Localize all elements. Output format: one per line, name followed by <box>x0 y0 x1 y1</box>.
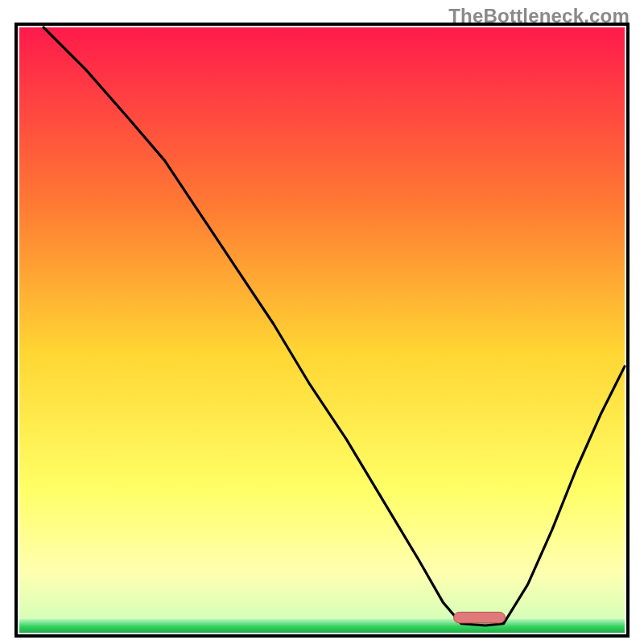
gradient-background <box>19 27 625 619</box>
optimal-green-strip <box>19 619 625 633</box>
chart-stage: TheBottleneck.com <box>0 0 644 644</box>
watermark-text: TheBottleneck.com <box>448 5 630 27</box>
optimal-marker <box>454 612 506 623</box>
bottleneck-chart <box>0 0 644 644</box>
